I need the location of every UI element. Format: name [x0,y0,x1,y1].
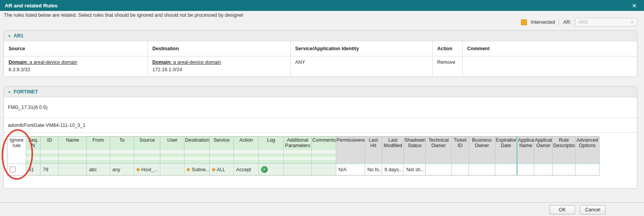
destination-address: 172.16.1.0/24 [153,67,182,72]
ar1-source-cell: Domain: a areal-device domain 6.3.9.3/32 [4,56,147,77]
col-rule_description[interactable]: Rule Description [553,137,575,164]
ar1-data-row: Domain: a areal-device domain 6.3.9.3/32… [4,56,637,77]
col-label: Last Modified [384,137,402,148]
col-action[interactable]: Action [233,137,258,164]
ignore-rule-checkbox[interactable] [10,167,16,172]
source-domain-link[interactable]: Domain: a areal-device domain [9,60,77,65]
col-label: Advanced Options [577,137,598,148]
col-label: Applicat Owner [535,137,552,148]
cell-source: Host_... [134,164,160,176]
cell-text: abc [89,167,97,172]
rule-row: 6179abcanyHost_...Subne...ALLAccept✓N/AN… [7,164,600,176]
cell-last_hit: No hi... [365,164,382,176]
cell-last_modified: 9 days... [382,164,404,176]
fortinet-panel-header[interactable]: ▲ FORTINET [4,87,637,97]
cell-rule_description [553,164,575,176]
cell-shadowing_status: Not sh... [404,164,426,176]
dialog-title: AR and related Rules [5,3,58,9]
col-advanced_options[interactable]: Advanced Options [575,137,599,164]
cell-ticket_id [451,164,469,176]
cancel-button[interactable]: Cancel [580,205,605,214]
ar-select: AR1 ▼ [575,18,637,26]
col-shadowing_status[interactable]: Shadowin Status [404,137,426,164]
col-service[interactable]: Service [209,137,233,164]
dialog-titlebar: AR and related Rules ✕ [0,0,644,11]
col-application_name[interactable]: Applicat Name [517,137,534,164]
col-label: Additional Parameters [285,137,311,148]
ar1-panel: ▲ AR1 Source Destination Service/Applica… [4,30,637,77]
col-ignore_rule[interactable]: Ignore rule [7,137,26,164]
col-label: Log [267,137,275,143]
col-source[interactable]: Source [134,137,160,164]
col-expiration_date[interactable]: Expiration Date [495,137,517,164]
ar1-col-action: Action [432,41,462,56]
col-to[interactable]: To [110,137,134,164]
cell-seq_number: 61 [26,164,40,176]
col-application_owner[interactable]: Applicat Owner [534,137,553,164]
fortinet-panel-title: FORTINET [14,89,38,95]
rules-grid: Ignore ruleSeq. NIDNameFromToSourceUserD… [7,136,600,176]
dialog-footer: OK Cancel [0,202,644,216]
destination-domain-link[interactable]: Domain: a areal-device domain [153,60,221,65]
ar1-col-source: Source [4,41,147,56]
cell-destination: Subne... [184,164,209,176]
col-seq_number[interactable]: Seq. N [26,137,40,164]
ar1-col-comment: Comment [462,41,637,56]
col-label: ID [47,137,52,143]
col-permissiveness[interactable]: Permissivene [336,137,365,164]
col-label: From [93,137,104,143]
legend-bar: Intersected AR: AR1 ▼ [521,18,637,27]
fortinet-panel: ▲ FORTINET FMG_17.31(6.0.5) adom6/FortiG… [4,86,637,189]
ar-select-label: AR: [563,19,571,25]
col-log[interactable]: Log [259,137,284,164]
col-label: Comments [312,137,335,143]
cell-text: Not sh... [406,167,425,172]
col-technical_owner[interactable]: Technical Owner [426,137,451,164]
orange-dot-icon [187,168,190,171]
orange-dot-icon [212,168,215,171]
cell-log: ✓ [259,164,284,176]
col-label: Service [213,137,230,143]
ar-select-value: AR1 [579,19,588,25]
cell-ignore_rule [7,164,26,176]
col-from[interactable]: From [86,137,110,164]
ar1-comment-cell [462,56,637,77]
col-name[interactable]: Name [59,137,86,164]
collapse-arrow-icon: ▲ [8,90,11,93]
col-label: Ignore rule [10,137,23,148]
col-destination[interactable]: Destination [184,137,209,164]
col-label: Ticket ID [454,137,467,148]
cell-user [160,164,184,176]
col-id[interactable]: ID [40,137,59,164]
manager-name: FMG_17.31(6.0.5) [8,105,47,110]
collapse-arrow-icon: ▲ [8,34,11,37]
ar1-panel-title: AR1 [14,33,23,39]
col-last_modified[interactable]: Last Modified [382,137,404,164]
cell-business_owner [469,164,495,176]
cell-expiration_date [495,164,517,176]
cell-text: 61 [28,167,34,172]
col-ticket_id[interactable]: Ticket ID [451,137,469,164]
cell-action: Accept [233,164,258,176]
ar1-panel-header[interactable]: ▲ AR1 [4,31,637,41]
chevron-down-icon: ▼ [630,20,634,24]
cell-text: Host_... [141,167,158,172]
col-additional_parameters[interactable]: Additional Parameters [284,137,312,164]
cell-name [59,164,86,176]
ar1-destination-cell: Domain: a areal-device domain 172.16.1.0… [147,56,290,77]
cell-text: Accept [236,167,251,172]
col-label: Rule Description [553,137,575,148]
ok-button[interactable]: OK [549,205,575,214]
close-icon[interactable]: ✕ [630,2,639,10]
col-last_hit[interactable]: Last Hit [365,137,382,164]
col-business_owner[interactable]: Business Owner [469,137,495,164]
col-label: Shadowin Status [404,137,426,148]
cell-permissiveness: N/A [336,164,365,176]
col-comments[interactable]: Comments [312,137,336,164]
ar1-col-service: Service/Application Identity [290,41,432,56]
col-user[interactable]: User [160,137,184,164]
ar1-action-cell: Remove [432,56,462,77]
orange-dot-icon [137,168,140,171]
cell-to: any [110,164,134,176]
col-label: Applicat Name [518,137,534,148]
